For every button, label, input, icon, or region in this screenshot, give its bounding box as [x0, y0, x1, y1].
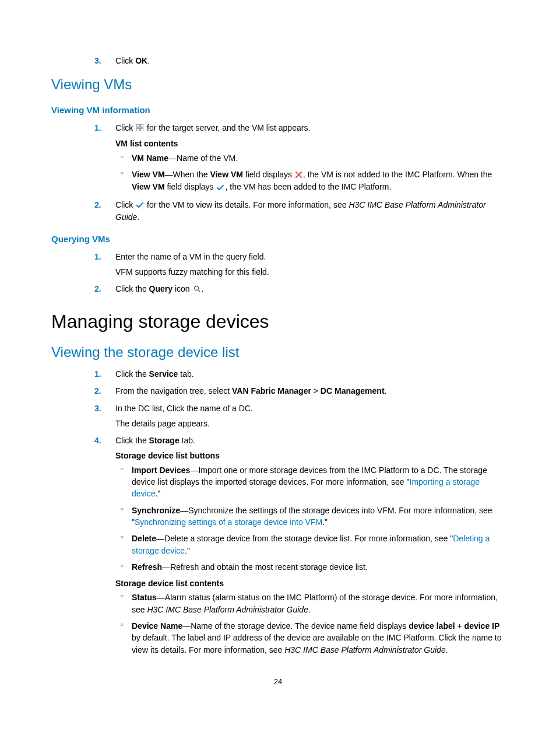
qv-step-2: 2. Click the Query icon .: [94, 283, 505, 295]
t: .: [137, 212, 139, 222]
sd-step-2: 2. From the navigation tree, select VAN …: [94, 385, 505, 397]
step-text-post: .: [147, 56, 150, 65]
t: .: [308, 605, 311, 614]
t: Click the: [115, 284, 149, 293]
vv-step1-pre: Click: [115, 123, 135, 132]
sd-step3-sub: The details page appears.: [115, 418, 505, 429]
step-number: 4.: [94, 435, 112, 446]
heading-viewing-vms: Viewing VMs: [51, 75, 505, 94]
view-vm-label: View VM: [132, 170, 165, 179]
svg-rect-1: [140, 124, 143, 127]
synchronize-item: Synchronize—Synchronize the settings of …: [132, 505, 505, 528]
t: Status: [132, 593, 157, 602]
viewing-vm-steps: 1. Click for the target server, and the …: [51, 122, 505, 223]
t: device IP: [464, 621, 500, 631]
qv-step-1: 1. Enter the name of a VM in the query f…: [94, 251, 505, 278]
t: Click: [115, 200, 135, 209]
step-number: 2.: [94, 283, 112, 295]
step-number: 3.: [94, 55, 112, 66]
t: .": [322, 517, 328, 527]
heading-managing-storage-devices: Managing storage devices: [51, 309, 505, 335]
storage-buttons-list: Import Devices—Import one or more storag…: [115, 464, 505, 573]
qv-step1-sub: VFM supports fuzzy matching for this fie…: [115, 266, 505, 278]
step-text-bold: OK: [135, 56, 147, 65]
step-list-top: 3. Click OK.: [51, 55, 505, 66]
view-vm-item: View VM—When the View VM field displays …: [132, 169, 505, 194]
delete-item: Delete—Delete a storage device from the …: [132, 533, 505, 556]
t: Delete: [132, 534, 156, 543]
check-icon: [217, 182, 224, 194]
step-number: 1.: [94, 251, 112, 262]
vv-step1-post: for the target server, and the VM list a…: [145, 123, 310, 132]
step-number: 2.: [94, 385, 112, 397]
t: Click the: [115, 369, 149, 379]
t: —Refresh and obtain the most recent stor…: [162, 562, 368, 572]
t: Refresh: [132, 562, 162, 572]
vm-name-item: VM Name—Name of the VM.: [132, 152, 505, 164]
t: .: [385, 386, 387, 396]
ref-title: H3C IMC Base Platform Administrator Guid…: [147, 605, 308, 614]
t: Import Devices: [132, 466, 190, 475]
t: icon: [173, 284, 192, 293]
sd-step-3: 3. In the DC list, Click the name of a D…: [94, 402, 505, 430]
t: tab.: [180, 436, 195, 445]
step-number: 1.: [94, 122, 112, 134]
link-synchronizing-settings[interactable]: Synchronizing settings of a storage devi…: [135, 517, 322, 527]
vm-list-contents-heading: VM list contents: [115, 138, 505, 149]
storage-buttons-heading: Storage device list buttons: [115, 450, 505, 461]
vm-name-desc: —Name of the VM.: [168, 153, 238, 163]
t: VAN Fabric Manager: [232, 386, 311, 396]
t: .": [155, 489, 160, 498]
status-item: Status—Alarm status (alarm status on the…: [132, 592, 505, 615]
storage-contents-list: Status—Alarm status (alarm status on the…: [115, 592, 505, 655]
refresh-item: Refresh—Refresh and obtain the most rece…: [132, 561, 505, 573]
t: +: [455, 621, 464, 631]
t: —Name of the storage device. The device …: [182, 621, 409, 631]
storage-contents-heading: Storage device list contents: [115, 578, 505, 589]
t: From the navigation tree, select: [115, 386, 232, 396]
step-number: 2.: [94, 199, 112, 211]
device-name-item: Device Name—Name of the storage device. …: [132, 620, 505, 656]
vm-name-label: VM Name: [132, 153, 168, 163]
t: In the DC list, Click the name of a DC.: [115, 404, 253, 413]
expand-tree-icon: [136, 123, 143, 134]
t: .: [202, 284, 204, 293]
storage-device-steps: 1. Click the Service tab. 2. From the na…: [51, 368, 505, 656]
t: View VM: [132, 182, 165, 191]
heading-viewing-vm-information: Viewing VM information: [51, 104, 505, 116]
t: .": [185, 546, 190, 555]
vm-list-contents: VM Name—Name of the VM. View VM—When the…: [115, 152, 505, 194]
sd-step-1: 1. Click the Service tab.: [94, 368, 505, 380]
t: Click the: [115, 436, 149, 445]
heading-querying-vms: Querying VMs: [51, 233, 505, 245]
vv-step-1: 1. Click for the target server, and the …: [94, 122, 505, 194]
svg-rect-3: [140, 128, 143, 131]
t: , the VM is not added to the IMC Platfor…: [303, 170, 492, 179]
t: View VM: [210, 170, 243, 179]
t: device label: [409, 621, 455, 631]
t: >: [311, 386, 321, 396]
t: —When the: [165, 170, 210, 179]
vv-step-2: 2. Click for the VM to view its details.…: [94, 199, 505, 223]
t: Synchronize: [132, 506, 180, 515]
magnifier-icon: [193, 284, 200, 295]
svg-line-5: [198, 290, 200, 292]
t: , the VM has been added to the IMC Platf…: [225, 182, 391, 191]
sd-step-4: 4. Click the Storage tab. Storage device…: [94, 435, 505, 656]
page-number: 24: [51, 677, 505, 687]
t: for the VM to view its details. For more…: [145, 200, 349, 209]
step-number: 3.: [94, 402, 112, 414]
t: DC Management: [321, 386, 385, 396]
step-text-pre: Click: [115, 56, 135, 65]
ref-title: H3C IMC Base Platform Administrator Guid…: [284, 645, 445, 654]
svg-point-4: [194, 286, 198, 290]
t: Query: [149, 284, 173, 293]
querying-vm-steps: 1. Enter the name of a VM in the query f…: [51, 251, 505, 296]
check-icon: [136, 200, 143, 211]
t: tab.: [178, 369, 193, 379]
svg-rect-0: [136, 124, 139, 127]
step-3: 3. Click OK.: [94, 55, 505, 66]
t: Device Name: [132, 621, 182, 631]
t: Storage: [149, 436, 180, 445]
heading-viewing-storage-device-list: Viewing the storage device list: [51, 342, 505, 362]
